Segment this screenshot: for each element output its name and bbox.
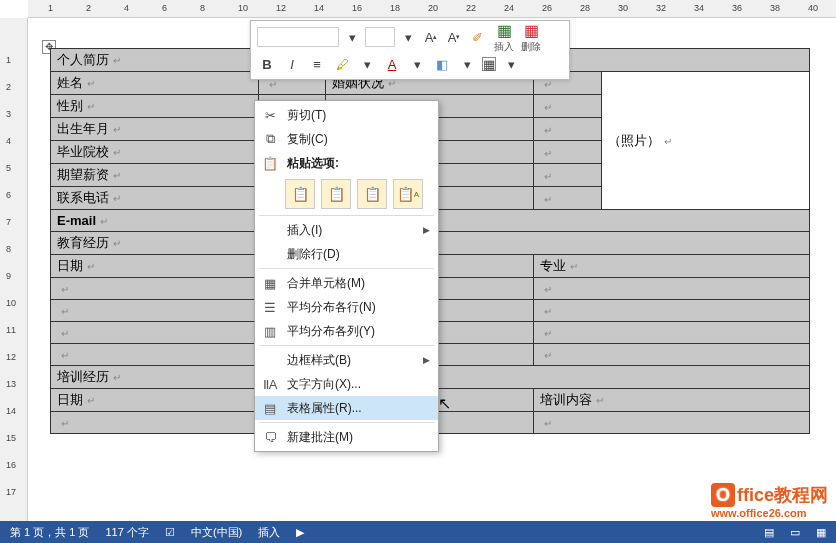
cell[interactable]: ↵ <box>534 344 810 366</box>
menu-separator <box>259 268 434 269</box>
cell[interactable]: ↵ <box>534 300 810 322</box>
scissors-icon: ✂ <box>261 106 279 124</box>
cell[interactable]: ↵ <box>534 322 810 344</box>
menu-separator <box>259 345 434 346</box>
menu-table-properties[interactable]: ▤ 表格属性(R)... <box>255 396 438 420</box>
col-header[interactable]: 日期↵ <box>51 389 259 412</box>
font-name-select[interactable] <box>257 27 339 47</box>
distribute-cols-icon: ▥ <box>261 322 279 340</box>
menu-new-comment[interactable]: 🗨 新建批注(M) <box>255 425 438 449</box>
status-page[interactable]: 第 1 页，共 1 页 <box>10 525 89 540</box>
cell[interactable]: ↵ <box>534 412 810 434</box>
text-direction-icon: ⅡA <box>261 375 279 393</box>
dropdown-icon[interactable]: ▾ <box>357 54 377 74</box>
highlight-icon[interactable]: 🖊 <box>332 54 352 74</box>
menu-text-direction[interactable]: ⅡA 文字方向(X)... <box>255 372 438 396</box>
grow-font-icon[interactable]: A▴ <box>421 27 441 47</box>
cell[interactable]: ↵ <box>534 118 602 141</box>
watermark-logo-icon: O <box>711 483 735 507</box>
shading-icon[interactable]: ◧ <box>432 54 452 74</box>
menu-merge-cells[interactable]: ▦ 合并单元格(M) <box>255 271 438 295</box>
row-label[interactable]: 性别↵ <box>51 95 259 118</box>
cell[interactable]: ↵ <box>51 322 259 344</box>
menu-insert[interactable]: 插入(I) ▶ <box>255 218 438 242</box>
menu-border-style[interactable]: 边框样式(B) ▶ <box>255 348 438 372</box>
menu-separator <box>259 422 434 423</box>
cell[interactable]: ↵ <box>534 141 602 164</box>
col-header[interactable]: 日期↵ <box>51 255 259 278</box>
context-menu: ✂ 剪切(T) ⧉ 复制(C) 📋 粘贴选项: 📋 📋 📋 📋A 插入(I) ▶… <box>254 100 439 452</box>
font-size-select[interactable] <box>365 27 395 47</box>
dropdown-icon[interactable]: ▾ <box>407 54 427 74</box>
chevron-right-icon: ▶ <box>423 225 430 235</box>
col-header[interactable]: 培训内容↵ <box>534 389 810 412</box>
read-mode-icon[interactable]: ▭ <box>790 526 800 539</box>
table-insert-icon: ▦ <box>497 21 512 40</box>
cell[interactable]: ↵ <box>534 187 602 210</box>
menu-separator <box>259 215 434 216</box>
blank-icon <box>261 351 279 369</box>
print-layout-icon[interactable]: ▤ <box>764 526 774 539</box>
status-insert-mode[interactable]: 插入 <box>258 525 280 540</box>
paste-keep-source-icon[interactable]: 📋 <box>285 179 315 209</box>
italic-button[interactable]: I <box>282 54 302 74</box>
paste-text-icon[interactable]: 📋A <box>393 179 423 209</box>
cell[interactable]: ↵ <box>534 164 602 187</box>
menu-distribute-cols[interactable]: ▥ 平均分布各列(Y) <box>255 319 438 343</box>
paste-picture-icon[interactable]: 📋 <box>357 179 387 209</box>
copy-icon: ⧉ <box>261 130 279 148</box>
menu-copy[interactable]: ⧉ 复制(C) <box>255 127 438 151</box>
horizontal-ruler: 1246810121416182022242628303234363840 <box>28 0 836 18</box>
menu-paste-header: 📋 粘贴选项: <box>255 151 438 175</box>
bold-button[interactable]: B <box>257 54 277 74</box>
dropdown-icon[interactable]: ▾ <box>457 54 477 74</box>
font-color-icon[interactable]: A <box>382 54 402 74</box>
status-bar: 第 1 页，共 1 页 117 个字 ☑ 中文(中国) 插入 ▶ ▤ ▭ ▦ <box>0 521 836 543</box>
col-header[interactable]: 专业↵ <box>534 255 810 278</box>
photo-cell[interactable]: （照片）↵ <box>601 72 809 210</box>
cell[interactable]: ↵ <box>51 300 259 322</box>
row-label[interactable]: 出生年月↵ <box>51 118 259 141</box>
cell[interactable]: ↵ <box>51 278 259 300</box>
paste-options-row: 📋 📋 📋 📋A <box>255 175 438 213</box>
blank-icon <box>261 245 279 263</box>
vertical-ruler: 1234567891011121314151617 <box>0 18 28 521</box>
borders-icon[interactable]: ▦ <box>482 57 496 71</box>
row-label[interactable]: 姓名↵ <box>51 72 259 95</box>
distribute-rows-icon: ☰ <box>261 298 279 316</box>
row-label[interactable]: 联系电话↵ <box>51 187 259 210</box>
comment-icon: 🗨 <box>261 428 279 446</box>
cell[interactable]: ↵ <box>534 278 810 300</box>
blank-icon <box>261 221 279 239</box>
row-label[interactable]: 毕业院校↵ <box>51 141 259 164</box>
status-language[interactable]: 中文(中国) <box>191 525 242 540</box>
align-icon[interactable]: ≡ <box>307 54 327 74</box>
table-properties-icon: ▤ <box>261 399 279 417</box>
delete-group[interactable]: ▦删除 <box>521 21 541 54</box>
dropdown-icon[interactable]: ▾ <box>501 54 521 74</box>
dropdown-icon[interactable]: ▾ <box>342 27 362 47</box>
menu-distribute-rows[interactable]: ☰ 平均分布各行(N) <box>255 295 438 319</box>
menu-cut[interactable]: ✂ 剪切(T) <box>255 103 438 127</box>
cell[interactable]: ↵ <box>51 412 259 434</box>
mini-toolbar: ▾ ▾ A▴ A▾ ✐ ▦插入 ▦删除 B I ≡ 🖊 ▾ A ▾ ◧ ▾ ▦ … <box>250 20 570 80</box>
proofing-icon[interactable]: ☑ <box>165 526 175 539</box>
menu-delete-row[interactable]: 删除行(D) <box>255 242 438 266</box>
format-painter-icon[interactable]: ✐ <box>467 27 487 47</box>
dropdown-icon[interactable]: ▾ <box>398 27 418 47</box>
paste-merge-icon[interactable]: 📋 <box>321 179 351 209</box>
table-delete-icon: ▦ <box>524 21 539 40</box>
status-word-count[interactable]: 117 个字 <box>105 525 148 540</box>
shrink-font-icon[interactable]: A▾ <box>444 27 464 47</box>
chevron-right-icon: ▶ <box>423 355 430 365</box>
insert-group[interactable]: ▦插入 <box>494 21 514 54</box>
cell[interactable]: ↵ <box>51 344 259 366</box>
clipboard-icon: 📋 <box>261 154 279 172</box>
row-label[interactable]: 期望薪资↵ <box>51 164 259 187</box>
cell[interactable]: ↵ <box>534 95 602 118</box>
macro-icon[interactable]: ▶ <box>296 526 304 539</box>
row-label[interactable]: E-mail↵ <box>51 210 259 232</box>
merge-cells-icon: ▦ <box>261 274 279 292</box>
watermark: Office教程网 www.office26.com <box>711 483 828 519</box>
web-layout-icon[interactable]: ▦ <box>816 526 826 539</box>
